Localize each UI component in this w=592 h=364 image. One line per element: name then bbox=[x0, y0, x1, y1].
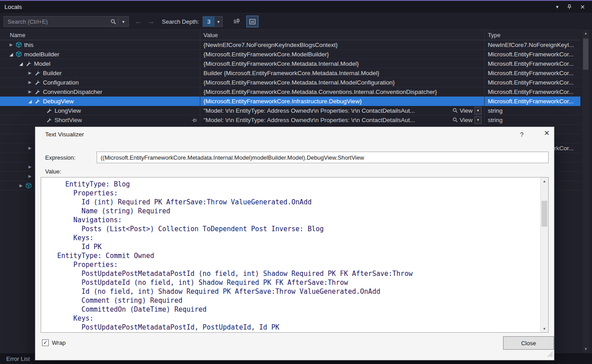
search-depth-label: Search Depth: bbox=[162, 18, 199, 25]
search-depth-select[interactable]: 3 ▾ bbox=[203, 16, 223, 27]
expand-collapsed-icon[interactable]: ▶ bbox=[27, 89, 33, 94]
expand-collapsed-icon[interactable]: ▶ bbox=[27, 71, 33, 75]
value-cell: {NewInEfCore7.NoForeignKeyIndexBlogsCont… bbox=[200, 40, 484, 49]
wrap-label: Wrap bbox=[52, 339, 66, 346]
row-name: Model bbox=[34, 60, 51, 67]
column-header-name[interactable]: Name bbox=[0, 30, 200, 40]
row-type: string bbox=[488, 107, 503, 114]
row-value: {Microsoft.EntityFrameworkCore.Metadata.… bbox=[203, 60, 482, 67]
expand-collapsed-icon[interactable]: ▶ bbox=[27, 165, 33, 169]
titlebar[interactable]: Locals ▾ × bbox=[0, 1, 592, 13]
window-position-button[interactable]: ▾ bbox=[556, 4, 559, 9]
expand-collapsed-icon[interactable]: ▶ bbox=[27, 174, 33, 178]
scrollbar-thumb[interactable] bbox=[583, 38, 588, 70]
dialog-close-button[interactable]: × bbox=[544, 128, 550, 137]
close-icon: × bbox=[544, 128, 550, 138]
name-cell: ▶ Builder bbox=[0, 68, 200, 77]
scroll-up-button[interactable]: ▲ bbox=[541, 178, 548, 185]
expand-collapsed-icon[interactable]: ▶ bbox=[27, 146, 33, 150]
locals-row-configuration[interactable]: ▶ Configuration {Microsoft.EntityFramewo… bbox=[0, 78, 580, 87]
object-cube-icon bbox=[15, 51, 22, 58]
locals-row-this[interactable]: ▶ this {NewInEfCore7.NoForeignKeyIndexBl… bbox=[0, 40, 580, 50]
row-type: Microsoft.EntityFrameworkCor... bbox=[488, 79, 574, 86]
textarea-scrollbar[interactable]: ▲ ▼ bbox=[540, 178, 548, 332]
magnifier-icon bbox=[452, 108, 458, 113]
view-button[interactable]: View ▾ bbox=[452, 107, 482, 114]
expand-expanded-icon[interactable]: ◢ bbox=[18, 61, 24, 66]
locals-row-longview[interactable]: LongView "Model: \r\n EntityType: Addres… bbox=[0, 106, 580, 115]
row-type: Microsoft.EntityFrameworkCor... bbox=[488, 98, 574, 105]
column-header-type[interactable]: Type bbox=[484, 30, 580, 40]
name-cell: ◢ modelBuilder bbox=[0, 50, 200, 59]
scroll-down-button[interactable]: ▼ bbox=[582, 345, 589, 352]
scrollbar-thumb[interactable] bbox=[541, 201, 547, 227]
toolbar: ▾ ← → Search Depth: 3 ▾ ab bbox=[0, 13, 592, 30]
resize-grip[interactable] bbox=[547, 351, 553, 359]
search-depth-value: 3 bbox=[203, 17, 215, 26]
search-box[interactable]: ▾ bbox=[4, 16, 129, 27]
wrench-icon bbox=[46, 116, 53, 123]
back-button[interactable]: ← bbox=[135, 17, 142, 25]
row-value: Builder {Microsoft.EntityFrameworkCore.M… bbox=[203, 70, 482, 76]
ab-box-icon: ab bbox=[249, 18, 256, 25]
value-cell: {Microsoft.EntityFrameworkCore.Metadata.… bbox=[200, 59, 484, 68]
wrap-checkbox[interactable]: ✓ bbox=[42, 339, 49, 346]
wrench-icon bbox=[34, 69, 41, 76]
error-list-label[interactable]: Error List bbox=[6, 356, 30, 362]
view-dropdown-button[interactable]: ▾ bbox=[474, 107, 482, 114]
row-type: NewInEfCore7.NoForeignKeyI... bbox=[488, 42, 574, 48]
wrench-icon bbox=[25, 60, 32, 67]
forward-button[interactable]: → bbox=[148, 17, 155, 25]
search-icon bbox=[110, 19, 116, 25]
search-depth-dropdown[interactable]: ▾ bbox=[215, 17, 222, 26]
name-cell: ◢ Model bbox=[0, 59, 200, 68]
search-input[interactable] bbox=[4, 17, 108, 26]
type-cell: Microsoft.EntityFrameworkCor... bbox=[484, 59, 580, 68]
pinnable-properties-toggle[interactable]: ab bbox=[246, 16, 258, 27]
locals-row-builder[interactable]: ▶ Builder Builder {Microsoft.EntityFrame… bbox=[0, 68, 580, 78]
row-name: modelBuilder bbox=[24, 51, 59, 58]
locals-row-modelbuilder[interactable]: ◢ modelBuilder {Microsoft.EntityFramewor… bbox=[0, 50, 580, 59]
row-type: Microsoft.EntityFrameworkCor... bbox=[488, 60, 574, 67]
history-nav: ← → bbox=[135, 17, 155, 25]
wrench-icon bbox=[34, 97, 41, 105]
view-button[interactable]: View ▾ bbox=[452, 116, 482, 124]
pin-to-source-icon[interactable] bbox=[190, 118, 197, 123]
locals-row-debugview-selected[interactable]: ◢ DebugView {Microsoft.EntityFrameworkCo… bbox=[0, 97, 580, 106]
help-button[interactable]: ? bbox=[520, 131, 524, 138]
wrench-icon bbox=[34, 88, 41, 95]
row-type: string bbox=[488, 117, 503, 123]
vertical-scrollbar[interactable]: ▲ ▼ bbox=[582, 30, 589, 352]
titlebar-buttons: ▾ × bbox=[556, 3, 588, 11]
visualizer-text[interactable]: EntityType: Blog Properties: Id (int) Re… bbox=[41, 178, 541, 332]
view-dropdown-button[interactable]: ▾ bbox=[474, 116, 482, 124]
magnifier-icon bbox=[452, 117, 458, 123]
close-button[interactable]: Close bbox=[503, 336, 554, 350]
locals-row-conventiondispatcher[interactable]: ▶ ConventionDispatcher {Microsoft.Entity… bbox=[0, 87, 580, 97]
value-textarea[interactable]: EntityType: Blog Properties: Id (int) Re… bbox=[41, 177, 549, 333]
column-header-value[interactable]: Value bbox=[200, 30, 484, 40]
search-options-dropdown[interactable]: ▾ bbox=[118, 17, 128, 26]
expand-collapsed-icon[interactable]: ▶ bbox=[27, 80, 33, 85]
close-window-button[interactable]: × bbox=[580, 3, 585, 11]
expand-expanded-icon[interactable]: ◢ bbox=[27, 99, 33, 104]
expand-collapsed-icon[interactable]: ▶ bbox=[8, 42, 14, 47]
expression-field[interactable] bbox=[97, 152, 549, 163]
scroll-down-button[interactable]: ▼ bbox=[541, 325, 548, 332]
expand-expanded-icon[interactable]: ◢ bbox=[8, 52, 14, 57]
locals-row-shortview[interactable]: ShortView "Model: \r\n EntityType: Addre… bbox=[0, 115, 580, 125]
dock-pin-button[interactable] bbox=[567, 4, 572, 10]
row-name: this bbox=[24, 42, 34, 48]
accent-top-border bbox=[0, 0, 592, 1]
pin-values-button[interactable] bbox=[231, 16, 243, 27]
row-name: DebugView bbox=[43, 98, 74, 105]
forward-arrow-icon: → bbox=[148, 17, 155, 25]
row-type: Microsoft.EntityFrameworkCor... bbox=[488, 51, 574, 58]
scroll-up-button[interactable]: ▲ bbox=[582, 30, 589, 37]
scroll-down-icon: ▼ bbox=[543, 327, 546, 331]
search-button[interactable] bbox=[108, 17, 118, 26]
expand-collapsed-icon[interactable]: ▶ bbox=[18, 183, 24, 188]
locals-row-model[interactable]: ◢ Model {Microsoft.EntityFrameworkCore.M… bbox=[0, 59, 580, 68]
row-type: Microsoft.EntityFrameworkCor... bbox=[488, 70, 574, 76]
row-value: {Microsoft.EntityFrameworkCore.Metadata.… bbox=[203, 79, 482, 86]
